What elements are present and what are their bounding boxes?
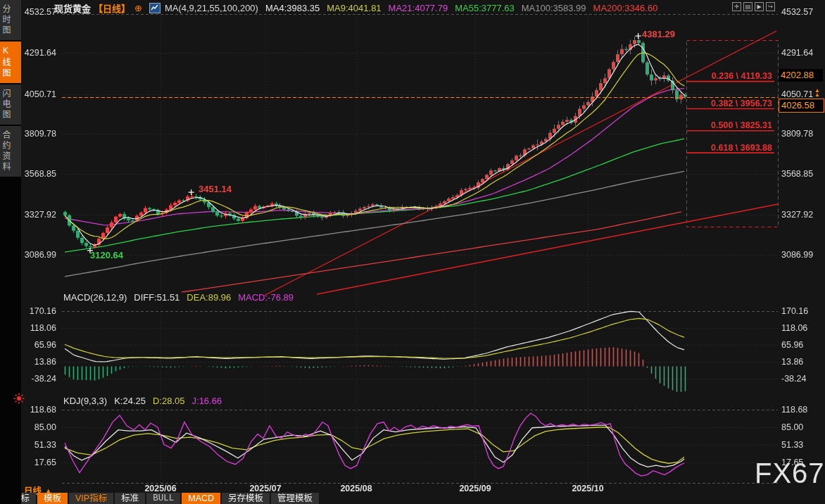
macd-axis-label-left: 65.96 [34,340,56,350]
date-label: 2025/08 [340,484,372,493]
symbol-name: 现货黄金 [54,1,91,15]
main-axis-label-left: 3568.85 [25,169,56,179]
date-label: 2025/10 [572,484,603,493]
kdj-axis-label-left: 118.68 [30,405,56,415]
swing-high-label: 3451.14 [199,184,232,194]
macd-axis-label-right: 170.16 [781,306,808,316]
ma-legend-value-1: MA4:3983.35 [265,3,320,13]
kdj-axis-label-right: 17.65 [781,458,803,467]
sidebar-item-2[interactable]: K线图 [0,42,21,83]
toolbar-button-2[interactable]: 模板 [37,493,68,504]
kdj-axis-label-right: 85.00 [781,422,803,432]
sidebar-item-4[interactable]: 合约资料 [0,126,21,177]
kdj-axis-label-right: 51.33 [781,440,803,450]
window-icons: ✛▤▶↪ [732,2,775,11]
main-axis-label-right: 4050.71 [781,89,813,99]
kdj-axis-label-right: 118.68 [781,405,807,415]
pan-icon[interactable]: ✛ [732,2,741,11]
fib-level-label-4: 0.618 \ 3693.88 [711,143,772,153]
ma-legend-value-2: MA9:4041.81 [327,3,381,13]
kdj-header: KDJ(9,3,3) K:24.25 D:28.05 J:16.66 [63,396,222,406]
add-indicator-icon[interactable]: ⊕ [134,3,142,13]
main-axis-label-left: 4050.71 [25,89,56,99]
ma-settings-label: MA(4,9,21,55,100,200) [165,3,258,13]
macd-axis-label-left: 13.86 [34,357,56,367]
ma-legend-value-5: MA100:3583.99 [522,3,586,13]
alert-price-tag: 4202.88 [779,69,823,82]
trading-app: 分时图K线图闪电图合约资料 现货黄金 【日线】 ⊕ MA(4,9,21,55,1… [0,0,825,504]
exit-icon[interactable]: ↪ [766,2,775,11]
kdj-k-value: K:24.25 [114,396,146,406]
ma-legend-value-4: MA55:3777.63 [455,3,515,13]
alert-sun-icon[interactable] [13,393,25,407]
kdj-axis-label-left: 17.65 [34,458,56,467]
toolbar-button-5[interactable]: BULL [146,493,180,504]
main-axis-label-left: 3327.92 [25,210,56,220]
fibonacci-labels: 0.236 \ 4119.330.382 \ 3956.730.500 \ 38… [686,0,776,282]
play-icon[interactable]: ▶ [755,2,764,11]
ma-legend: MA4:3983.35MA9:4041.81MA21:4077.79MA55:3… [265,3,657,13]
toolbar-button-7[interactable]: 另存模板 [222,493,270,504]
main-axis-label-left: 4291.64 [25,48,56,58]
main-axis-label-left: 3086.99 [25,250,56,260]
main-axis-label-right: 3327.92 [781,210,813,220]
date-label: 2025/06 [144,484,176,493]
toolbar-button-4[interactable]: 标准 [115,493,145,504]
macd-axis-label-right: 118.06 [781,323,807,333]
chart-header: 现货黄金 【日线】 ⊕ MA(4,9,21,55,100,200) MA4:39… [54,1,657,14]
toolbar-button-6[interactable]: MACD [182,493,220,504]
macd-axis-label-right: 13.86 [781,357,803,367]
main-axis-label-right: 3086.99 [781,250,813,260]
fib-level-label-3: 0.500 \ 3825.31 [711,120,772,130]
kdj-j-value: J:16.66 [192,396,222,406]
ma-legend-value-6: MA200:3346.60 [593,3,658,13]
period-selector[interactable]: 【日线】 [94,1,130,15]
main-axis-label-left: 4532.57 [25,7,56,17]
macd-header: MACD(26,12,9) DIFF:51.51 DEA:89.96 MACD:… [63,292,294,303]
macd-axis-label-left: 118.06 [30,323,56,333]
fib-level-label-1: 0.236 \ 4119.33 [712,71,772,81]
date-axis: 2025/062025/072025/082025/092025/10 [0,484,825,493]
macd-axis-label-right: -38.24 [781,374,806,384]
macd-diff-value: DIFF:51.51 [134,292,180,303]
kdj-axis-label-left: 85.00 [34,422,56,432]
price-up-arrow-icon: ▲▲ [814,89,820,97]
bottom-toolbar: 指标模板VIP指标标准BULLMACD另存模板管理模板 [6,493,319,504]
main-axis-label-right: 3809.78 [781,129,813,139]
kdj-axis-label-left: 51.33 [34,440,56,450]
chart-type-icon[interactable] [149,3,160,13]
toolbar-button-3[interactable]: VIP指标 [69,493,113,504]
toolbar-button-8[interactable]: 管理模板 [271,493,319,504]
main-axis-label-right: 4532.57 [781,7,813,17]
macd-axis-label-left: 170.16 [30,306,56,316]
macd-value: MACD:-76.89 [238,292,294,303]
sidebar-item-3[interactable]: 闪电图 [0,84,21,125]
macd-params: MACD(26,12,9) [63,292,127,303]
kdj-d-value: D:28.05 [153,396,185,406]
main-axis-label-left: 3809.78 [25,129,56,139]
macd-axis-label-right: 65.96 [781,340,803,350]
macd-dea-value: DEA:89.96 [187,292,231,303]
kdj-params: KDJ(9,3,3) [63,396,107,406]
date-label: 2025/09 [459,484,491,493]
main-axis-label-right: 3568.85 [781,169,813,179]
panel-icon[interactable]: ▤ [743,2,752,11]
main-axis-label-right: 4291.64 [781,48,813,58]
swing-low-label: 3120.64 [90,250,123,260]
fib-level-label-2: 0.382 \ 3956.73 [711,99,772,108]
sidebar: 分时图K线图闪电图合约资料 [0,0,21,504]
current-price-tag: 4026.58 [779,99,824,113]
peak-price-label: 4381.29 [642,29,675,39]
date-label: 2025/07 [249,484,281,493]
ma-legend-value-3: MA21:4077.79 [389,3,448,13]
macd-axis-label-left: -38.24 [32,374,56,384]
sidebar-item-1[interactable]: 分时图 [0,0,21,40]
